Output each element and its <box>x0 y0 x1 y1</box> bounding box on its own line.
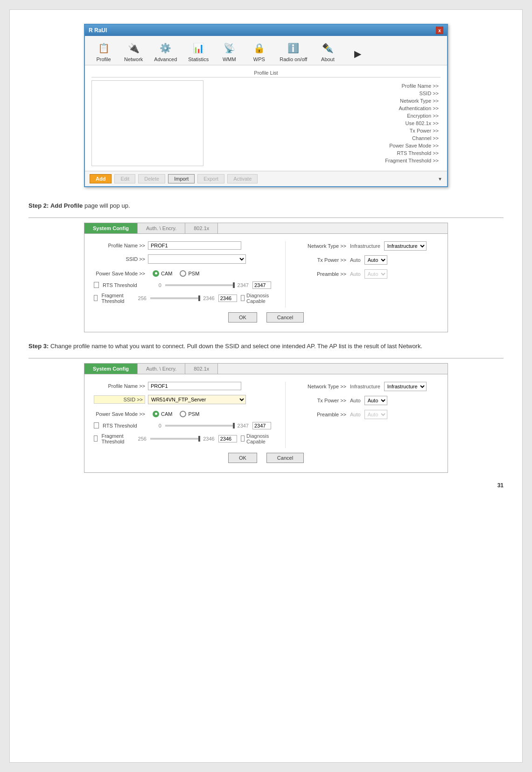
d2-radio-psm-dot[interactable] <box>180 411 186 417</box>
dialog2-fragment-row: Fragment Threshold 256 2346 Diagnosis Ca… <box>94 433 271 444</box>
toolbar-item-statistics[interactable]: 📊 Statistics <box>183 39 213 65</box>
export-button[interactable]: Export <box>197 174 224 183</box>
dialog1-cancel-button[interactable]: Cancel <box>266 312 304 323</box>
tab2-auth-encry[interactable]: Auth. \ Encry. <box>138 364 185 374</box>
tx-power-value: Auto <box>350 257 361 263</box>
rts-value-input[interactable] <box>252 281 271 289</box>
d2-network-type-value: Infrastructure <box>350 384 380 389</box>
import-button[interactable]: Import <box>168 174 195 183</box>
page-wrapper: R RaUI x 📋 Profile 🔌 Network ⚙️ Advanced… <box>9 9 523 763</box>
radio-psm[interactable]: PSM <box>180 270 199 277</box>
d2-fragment-min: 256 <box>138 436 147 442</box>
activate-button[interactable]: Activate <box>227 174 258 183</box>
d2-power-save-label: Power Save Mode >> <box>94 411 145 417</box>
d2-radio-cam-label: CAM <box>161 411 172 417</box>
rts-checkbox[interactable] <box>94 282 99 288</box>
d2-radio-cam[interactable]: CAM <box>153 411 172 417</box>
d2-fragment-thumb[interactable] <box>198 436 200 442</box>
tx-power-select[interactable]: Auto <box>364 255 387 265</box>
tx-power-row: Tx Power >> Auto Auto <box>295 255 438 265</box>
fragment-value-input[interactable] <box>218 295 237 302</box>
tab1-auth-encry[interactable]: Auth. \ Encry. <box>138 223 185 233</box>
info-use-8021x: Use 802.1x >> <box>210 119 439 127</box>
d2-tx-power-label: Tx Power >> <box>295 398 346 403</box>
delete-button[interactable]: Delete <box>138 174 165 183</box>
toolbar-label-advanced: Advanced <box>154 56 177 62</box>
network-type-select[interactable]: Infrastructure <box>384 241 427 251</box>
d2-fragment-value-input[interactable] <box>218 435 237 442</box>
rts-thumb[interactable] <box>233 282 235 288</box>
dialog1-left: Profile Name >> SSID >> Power Save Mode … <box>94 241 271 308</box>
preamble-select: Auto <box>364 269 387 279</box>
step2-text: Step 2: Add Profile page will pop up. <box>28 201 504 211</box>
d2-preamble-select: Auto <box>364 410 387 419</box>
d2-rts-thumb[interactable] <box>233 423 235 428</box>
page-number: 31 <box>28 482 504 489</box>
scroll-down-arrow[interactable]: ▼ <box>438 176 442 182</box>
ssid-label: SSID >> <box>94 256 145 262</box>
toolbar-item-profile[interactable]: 📋 Profile <box>90 39 118 65</box>
toolbar-item-about[interactable]: ✒️ About <box>314 39 342 65</box>
profile-name-input[interactable] <box>148 241 241 250</box>
tab1-system-config[interactable]: System Config <box>84 223 138 233</box>
add-button[interactable]: Add <box>90 174 112 183</box>
d2-rts-track[interactable] <box>165 425 234 427</box>
tab1-8021x[interactable]: 802.1x <box>185 223 218 233</box>
d2-preamble-value: Auto <box>350 412 361 417</box>
edit-button[interactable]: Edit <box>114 174 135 183</box>
toolbar-label-radio: Radio on/off <box>280 56 307 62</box>
wmm-icon: 📡 <box>222 41 237 56</box>
diagnosis-checkbox[interactable] <box>241 295 245 301</box>
toolbar-item-arrow[interactable]: ▶ <box>343 44 371 65</box>
d2-diagnosis-check: Diagnosis Capable <box>241 433 271 444</box>
raui-body: Profile List Profile Name >> SSID >> Net… <box>85 65 447 171</box>
d2-fragment-label: Fragment Threshold <box>101 433 134 444</box>
tab2-system-config[interactable]: System Config <box>84 364 138 374</box>
rts-track[interactable] <box>165 284 234 286</box>
d2-ssid-select[interactable]: WR514VN_FTP_Server <box>148 395 246 404</box>
d2-radio-psm[interactable]: PSM <box>180 411 199 417</box>
toolbar-item-network[interactable]: 🔌 Network <box>119 39 147 65</box>
d2-radio-cam-dot[interactable] <box>153 411 159 417</box>
dialog2-ok-button[interactable]: OK <box>228 453 257 463</box>
network-icon: 🔌 <box>126 41 141 56</box>
radio-psm-dot[interactable] <box>180 270 186 277</box>
d2-network-type-label: Network Type >> <box>295 384 346 389</box>
ssid-select[interactable] <box>148 254 246 264</box>
radio-cam-dot[interactable] <box>153 270 159 277</box>
preamble-value: Auto <box>350 271 361 277</box>
toolbar-item-advanced[interactable]: ⚙️ Advanced <box>149 39 182 65</box>
d2-network-type-select[interactable]: Infrastructure <box>384 382 427 391</box>
statistics-icon: 📊 <box>191 41 206 56</box>
d2-diagnosis-checkbox[interactable] <box>241 435 245 442</box>
toolbar-item-radio[interactable]: ℹ️ Radio on/off <box>275 39 312 65</box>
tab2-8021x[interactable]: 802.1x <box>185 364 218 374</box>
d2-diagnosis-label: Diagnosis Capable <box>246 433 271 444</box>
info-ssid: SSID >> <box>210 90 439 97</box>
dialog2-cancel-button[interactable]: Cancel <box>266 453 304 463</box>
fragment-track[interactable] <box>150 297 199 299</box>
d2-fragment-track[interactable] <box>150 438 199 440</box>
d2-rts-value-input[interactable] <box>252 422 271 429</box>
raui-toolbar: 📋 Profile 🔌 Network ⚙️ Advanced 📊 Statis… <box>85 36 447 65</box>
fragment-thumb[interactable] <box>198 295 200 301</box>
d2-tx-power-select[interactable]: Auto <box>364 396 387 405</box>
raui-title: R RaUI <box>89 27 107 34</box>
network-type-row: Network Type >> Infrastructure Infrastru… <box>295 241 438 251</box>
toolbar-item-wps[interactable]: 🔒 WPS <box>245 39 273 65</box>
close-button[interactable]: x <box>436 27 443 34</box>
d2-fragment-checkbox[interactable] <box>94 435 98 442</box>
toolbar-label-profile: Profile <box>96 56 111 62</box>
info-channel: Channel >> <box>210 134 439 142</box>
radio-cam[interactable]: CAM <box>153 270 172 277</box>
info-rts: RTS Threshold >> <box>210 149 439 157</box>
diagnosis-label: Diagnosis Capable <box>246 293 271 304</box>
dialog1-ok-button[interactable]: OK <box>228 312 257 323</box>
d2-profile-name-input[interactable] <box>148 382 241 390</box>
step3-label: Step 3: <box>28 343 49 350</box>
d2-rts-checkbox[interactable] <box>94 422 99 428</box>
toolbar-item-wmm[interactable]: 📡 WMM <box>215 39 243 65</box>
fragment-checkbox[interactable] <box>94 295 98 301</box>
d2-tx-power-row: Tx Power >> Auto Auto <box>295 396 438 405</box>
radio-icon: ℹ️ <box>286 41 301 56</box>
